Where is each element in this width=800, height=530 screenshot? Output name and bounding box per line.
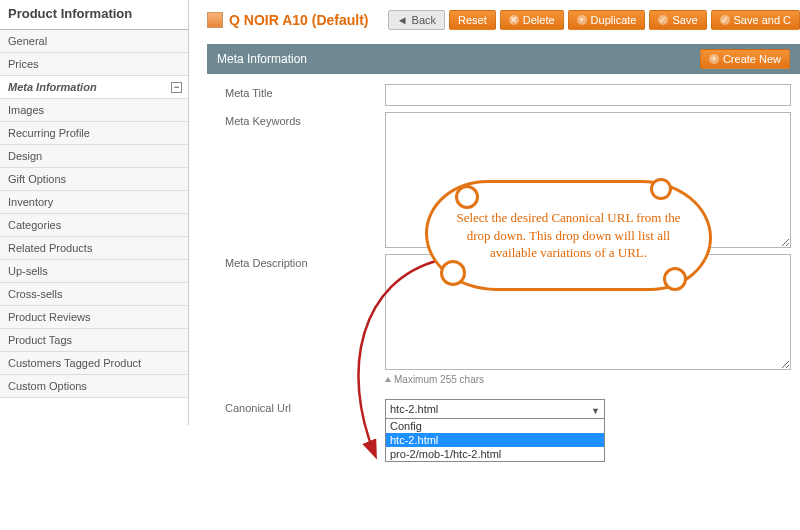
product-icon (207, 12, 223, 28)
meta-title-label: Meta Title (225, 84, 385, 99)
sidebar: Product Information GeneralPricesMeta In… (0, 0, 189, 425)
sidebar-item-prices[interactable]: Prices (0, 53, 188, 76)
create-new-button[interactable]: +Create New (700, 49, 790, 69)
canonical-option[interactable]: Config (386, 419, 604, 433)
canonical-option[interactable]: htc-2.html (386, 433, 604, 447)
delete-button[interactable]: ✕Delete (500, 10, 564, 30)
collapse-icon[interactable]: − (171, 82, 182, 93)
save-continue-icon: ✓ (720, 15, 730, 25)
sidebar-item-design[interactable]: Design (0, 145, 188, 168)
back-button[interactable]: ◄Back (388, 10, 445, 30)
sidebar-item-images[interactable]: Images (0, 99, 188, 122)
sidebar-item-custom-options[interactable]: Custom Options (0, 375, 188, 398)
panel-header: Meta Information +Create New (207, 44, 800, 74)
canonical-url-dropdown: Confightc-2.htmlpro-2/mob-1/htc-2.html (385, 418, 605, 462)
meta-keywords-label: Meta Keywords (225, 112, 385, 127)
form-panel: Meta Title Meta Keywords Meta Descriptio… (207, 74, 800, 419)
main-content: Q NOIR A10 (Default) ◄Back Reset ✕Delete… (189, 0, 800, 425)
sidebar-item-related-products[interactable]: Related Products (0, 237, 188, 260)
meta-title-input[interactable] (385, 84, 791, 106)
duplicate-button[interactable]: +Duplicate (568, 10, 646, 30)
delete-icon: ✕ (509, 15, 519, 25)
sidebar-item-customers-tagged-product[interactable]: Customers Tagged Product (0, 352, 188, 375)
reset-button[interactable]: Reset (449, 10, 496, 30)
save-continue-button[interactable]: ✓Save and C (711, 10, 800, 30)
panel-title: Meta Information (217, 52, 307, 66)
meta-keywords-input[interactable] (385, 112, 791, 248)
triangle-icon (385, 377, 391, 382)
sidebar-title: Product Information (0, 0, 188, 30)
page-title: Q NOIR A10 (Default) (229, 12, 369, 28)
sidebar-item-product-reviews[interactable]: Product Reviews (0, 306, 188, 329)
save-button[interactable]: ✓Save (649, 10, 706, 30)
sidebar-item-general[interactable]: General (0, 30, 188, 53)
canonical-url-select[interactable]: htc-2.html (385, 399, 605, 419)
meta-description-helper: Maximum 255 chars (385, 374, 791, 385)
sidebar-item-inventory[interactable]: Inventory (0, 191, 188, 214)
page-header: Q NOIR A10 (Default) ◄Back Reset ✕Delete… (207, 0, 800, 44)
plus-icon: + (709, 54, 719, 64)
canonical-url-label: Canonical Url (225, 399, 385, 414)
sidebar-item-gift-options[interactable]: Gift Options (0, 168, 188, 191)
sidebar-item-up-sells[interactable]: Up-sells (0, 260, 188, 283)
meta-description-label: Meta Description (225, 254, 385, 269)
sidebar-item-recurring-profile[interactable]: Recurring Profile (0, 122, 188, 145)
save-icon: ✓ (658, 15, 668, 25)
sidebar-item-categories[interactable]: Categories (0, 214, 188, 237)
meta-description-input[interactable] (385, 254, 791, 370)
sidebar-item-product-tags[interactable]: Product Tags (0, 329, 188, 352)
back-arrow-icon: ◄ (397, 14, 408, 26)
canonical-option[interactable]: pro-2/mob-1/htc-2.html (386, 447, 604, 461)
sidebar-item-cross-sells[interactable]: Cross-sells (0, 283, 188, 306)
sidebar-list: GeneralPricesMeta Information−ImagesRecu… (0, 30, 188, 398)
action-buttons: ◄Back Reset ✕Delete +Duplicate ✓Save ✓Sa… (388, 10, 800, 30)
duplicate-icon: + (577, 15, 587, 25)
sidebar-item-meta-information[interactable]: Meta Information− (0, 76, 188, 99)
